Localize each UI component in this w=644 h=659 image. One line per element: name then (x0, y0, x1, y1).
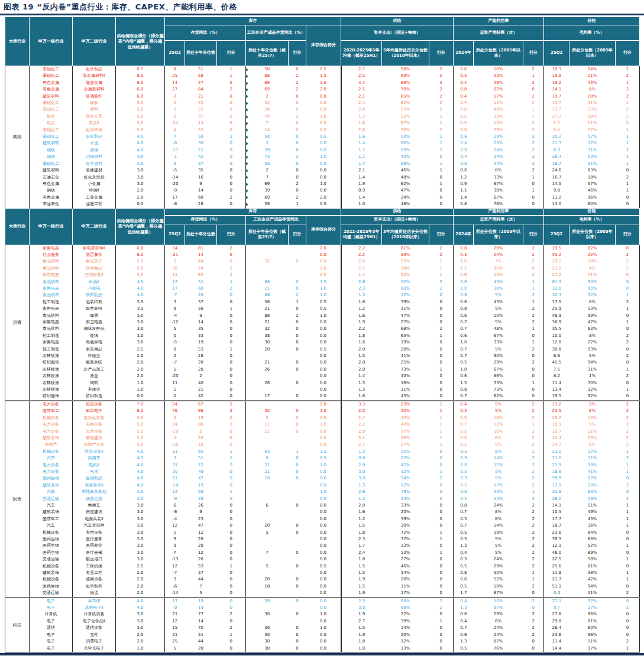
cell-capex-decile: 24% (382, 194, 429, 201)
cell-score: 4.0 (116, 489, 165, 495)
table-row: 钢铁冶钢原料4.0-14207321.01.140%00.424%226.453… (5, 154, 640, 160)
cell-ind-pts (289, 442, 306, 448)
section-1: 周期基础化工化学制品6.585115000.52.758%20.610%218.… (5, 66, 640, 209)
cell-gm-pts: 0 (616, 393, 640, 400)
cell-turnover-pts: 0 (523, 181, 544, 187)
cell-turnover-pts: 2 (523, 245, 544, 252)
cell-inv-decile: 14 (185, 319, 217, 326)
cell-capex-avg: 1.5 (341, 570, 382, 576)
cell-turnover-2024: 1.5 (454, 380, 474, 387)
cell-turnover-decile: 10% (474, 583, 523, 590)
cell-turnover-pts: 2 (523, 319, 544, 326)
subheader-gross-margin: 毛利率（%） (544, 25, 640, 41)
cell-capex-pts: 0 (429, 174, 454, 181)
cell-ind-decile: 21 (246, 428, 289, 435)
cell-inv-decile: 33 (185, 333, 217, 339)
cell-gm-25q2: 7.5 (544, 366, 569, 373)
cell-gm-pts: 0 (616, 625, 640, 631)
cell-capex-decile: 14% (382, 625, 429, 631)
cell-turnover-2024: 0.5 (454, 482, 474, 489)
cell-gm-decile: 8% (569, 299, 616, 306)
cell-gm-pts: 1 (616, 556, 640, 563)
cell-capex-pts: 1 (429, 421, 454, 428)
cell-turnover-2024: 0.3 (454, 475, 474, 482)
cell-gm-pts: 2 (616, 86, 640, 93)
cell-ind-pts: 0 (289, 576, 306, 583)
cell-inv-pts: 0 (217, 387, 246, 393)
cell-l2: 造纸 (73, 333, 116, 339)
cell-gm-decile: 52% (569, 292, 616, 298)
cell-turnover-2024: 0.5 (454, 449, 474, 455)
cell-capex-decile: 32% (382, 469, 429, 475)
table-row: 纺织服饰服装家纺2.0-72802100.02.025%00.529%245.5… (5, 359, 640, 366)
cell-capex-avg: 1.3 (341, 113, 382, 120)
cell-score: 3.0 (116, 326, 165, 332)
cell-inv-total: 1.5 (306, 73, 341, 79)
cell-l2: 通信设备 (73, 625, 116, 631)
cell-inv-pts: 0 (217, 442, 246, 448)
cell-gm-pts: 2 (616, 408, 640, 414)
cell-turnover-decile: 10% (474, 313, 523, 319)
cell-turnover-decile: 50% (474, 570, 523, 576)
cell-gm-pts: 1 (616, 134, 640, 140)
cell-l1: 汽车 (30, 522, 73, 529)
cell-turnover-decile: 76% (474, 201, 523, 208)
cell-capex-decile: 39% (382, 299, 429, 306)
table-row: 基础化工化学纤维5.043301400.02.670%20.829%28.437… (5, 127, 640, 134)
cell-gm-decile: 51% (569, 161, 616, 167)
cell-inv-pts: 0 (217, 543, 246, 549)
table-row: 电力设备电池4.0204902100.03.032%10.55%218.841%… (5, 469, 640, 475)
cell-gm-25q2: 48.9 (544, 313, 569, 319)
cell-l1: 房地产 (30, 442, 73, 448)
cell-capex-decile: 39% (382, 618, 429, 625)
cell-gm-25q2: 1.7 (544, 120, 569, 126)
cell-ind-pts: 0 (289, 161, 306, 167)
cell-l2: 纺织制造 (73, 393, 116, 400)
cell-l1: 食品饮料 (30, 292, 73, 298)
group-column-header: 大类行业 (5, 17, 30, 66)
section-4: 科技电子半导体4.0171903000.02.564%20.410%227.19… (5, 598, 640, 652)
cell-capex-avg: 3.0 (341, 475, 382, 482)
cell-gm-pts: 1 (616, 147, 640, 154)
cell-score: 3.0 (116, 530, 165, 536)
cell-turnover-2024: 0.4 (454, 93, 474, 100)
cell-inv-yoy: 21 (165, 475, 185, 482)
cell-turnover-pts: 2 (523, 272, 544, 278)
table-row: 电子元件2.5215113000.51.920%00.624%223.696%0 (5, 632, 640, 638)
cell-gm-decile: 32% (569, 449, 616, 455)
cell-capex-decile: 40% (382, 154, 429, 160)
cell-gm-decile: 1% (569, 373, 616, 379)
cell-l2: 商用车 (73, 455, 116, 462)
cell-gm-decile: 57% (569, 181, 616, 187)
cell-turnover-pts: 0 (523, 265, 544, 272)
cell-gm-pts: 0 (616, 489, 640, 495)
cell-inv-yoy: -21 (165, 252, 185, 258)
cell-l1: 电力设备 (30, 469, 73, 475)
leaf-capex-avg: 2020-2025年5年均值（截至25H1） (341, 41, 382, 66)
cell-inv-decile: 19 (185, 605, 217, 611)
cell-capex-pts: 2 (429, 73, 454, 79)
cell-inv-total: 0.5 (306, 134, 341, 140)
cell-gm-25q2: 14.7 (544, 442, 569, 448)
cell-capex-pts: 0 (429, 313, 454, 319)
cell-turnover-2024: 0.6 (454, 333, 474, 339)
cell-turnover-decile: 5% (474, 346, 523, 353)
cell-score: 3.0 (116, 319, 165, 326)
cell-capex-avg: 4.7 (341, 80, 382, 86)
cell-gm-decile: 28% (569, 113, 616, 120)
cell-gm-decile: 47% (569, 319, 616, 326)
cell-score: 4.0 (116, 161, 165, 167)
cell-inv-decile: 35 (185, 167, 217, 174)
cell-inv-yoy: -8 (165, 201, 185, 208)
cell-inv-decile: 51 (185, 66, 217, 73)
cell-inv-decile: 7 (185, 583, 217, 590)
cell-l1: 电力设备 (30, 401, 73, 408)
cell-inv-decile: 37 (185, 570, 217, 576)
cell-ind-decile (246, 509, 289, 515)
cell-gm-pts: 2 (616, 428, 640, 435)
cell-turnover-decile: 17% (474, 462, 523, 469)
cell-capex-decile: 28% (382, 346, 429, 353)
cell-inv-decile: 14 (185, 120, 217, 126)
cell-capex-decile: 68% (382, 326, 429, 332)
cell-capex-pts: 1 (429, 401, 454, 408)
